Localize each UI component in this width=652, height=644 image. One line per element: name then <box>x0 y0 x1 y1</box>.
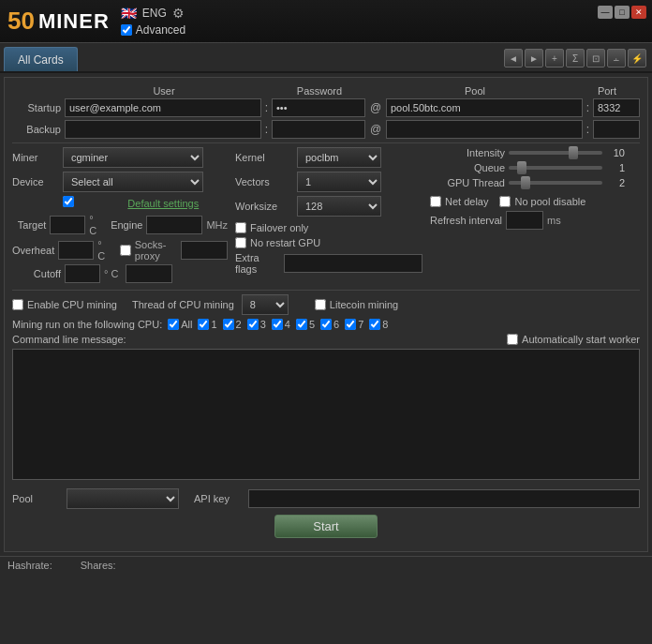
start-button[interactable]: Start <box>274 515 377 538</box>
litecoin-group: Litecoin mining <box>315 299 398 310</box>
net-delay-label: Net delay <box>445 196 488 207</box>
backup-pool-input[interactable] <box>386 120 583 139</box>
cutoff-input[interactable] <box>65 264 100 283</box>
refresh-interval-input[interactable] <box>506 211 543 230</box>
intensity-row: Intensity 10 <box>430 147 640 158</box>
tab-all-cards-label: All Cards <box>18 53 64 67</box>
cpu-7-checkbox[interactable] <box>345 319 356 330</box>
no-pool-disable-label: No pool disable <box>514 196 585 207</box>
engine-input[interactable] <box>146 216 202 234</box>
queue-slider[interactable] <box>509 166 602 170</box>
target-input[interactable] <box>50 216 85 234</box>
vectors-select[interactable]: 1 2 4 <box>297 172 381 192</box>
divider1 <box>12 142 640 143</box>
worksize-row: Worksize 128 64 256 <box>235 196 422 217</box>
default-settings-checkbox[interactable] <box>63 196 74 207</box>
no-restart-label: No restart GPU <box>250 237 320 248</box>
cpu-6-checkbox[interactable] <box>320 319 332 330</box>
gpu-thread-slider[interactable] <box>509 181 602 185</box>
kernel-label: Kernel <box>235 152 293 163</box>
vectors-row: Vectors 1 2 4 <box>235 172 422 192</box>
divider2 <box>12 290 640 291</box>
no-restart-row: No restart GPU <box>235 237 422 248</box>
socks-proxy-checkbox[interactable] <box>120 245 131 256</box>
cpu-3-label: 3 <box>260 319 266 330</box>
cutoff-label: Cutoff <box>12 268 61 279</box>
default-settings-label[interactable]: Default settings <box>127 198 199 209</box>
tab-icon-list[interactable]: ⫠ <box>607 49 626 67</box>
auto-start-checkbox[interactable] <box>507 334 518 345</box>
center-panel: Kernel poclbm diablo Vectors 1 2 4 Works… <box>235 147 422 286</box>
intensity-slider[interactable] <box>509 151 602 155</box>
tab-all-cards[interactable]: All Cards <box>4 47 78 71</box>
socks-proxy-input[interactable] <box>181 241 228 260</box>
cpu-3-checkbox[interactable] <box>247 319 259 330</box>
worksize-select[interactable]: 128 64 256 <box>297 196 381 217</box>
tab-icon-next[interactable]: ► <box>525 49 543 67</box>
cpu-all-group: All <box>168 319 192 330</box>
default-settings-row: Default settings <box>63 196 228 210</box>
enable-cpu-checkbox[interactable] <box>12 299 23 310</box>
overheat-input[interactable] <box>58 241 94 260</box>
failover-row: Failover only <box>235 222 422 233</box>
cutoff-input2[interactable] <box>126 264 172 283</box>
cpu-1-checkbox[interactable] <box>198 319 209 330</box>
cpu-4-checkbox[interactable] <box>272 319 283 330</box>
refresh-interval-unit: ms <box>547 215 561 226</box>
maximize-button[interactable]: □ <box>615 6 630 19</box>
cpu-5-checkbox[interactable] <box>296 319 307 330</box>
auto-start-row: Automatically start worker <box>507 334 640 345</box>
hashrate-label: Hashrate: <box>7 560 52 571</box>
tab-icon-prev[interactable]: ◄ <box>504 49 523 67</box>
no-pool-disable-checkbox[interactable] <box>499 196 511 207</box>
cpu-8-checkbox[interactable] <box>369 319 380 330</box>
tab-icon-power[interactable]: ⚡ <box>628 49 646 67</box>
api-key-input[interactable] <box>248 489 640 508</box>
minimize-button[interactable]: — <box>598 6 613 19</box>
no-restart-checkbox[interactable] <box>235 237 246 248</box>
backup-user-input[interactable] <box>65 120 261 139</box>
startup-user-input[interactable]: user@example.com <box>65 98 261 117</box>
advanced-checkbox[interactable] <box>121 24 132 36</box>
tab-icon-grid[interactable]: ⊡ <box>586 49 605 67</box>
cpu-2-checkbox[interactable] <box>223 319 234 330</box>
net-delay-checkbox[interactable] <box>430 196 441 207</box>
thread-cpu-select[interactable]: 8 1 2 4 <box>242 294 289 315</box>
flag-icon: 🇬🇧 <box>121 6 137 21</box>
extra-flags-input[interactable] <box>284 254 422 273</box>
device-select[interactable]: Select all <box>63 172 203 192</box>
advanced-row: Advanced <box>121 23 185 37</box>
cpu-all-checkbox[interactable] <box>168 319 179 330</box>
engine-label: Engine <box>111 219 142 231</box>
startup-pool-input[interactable]: pool.50btc.com <box>386 98 583 117</box>
cutoff-row: Cutoff ° C <box>12 264 228 283</box>
lang-text: ENG <box>142 7 167 20</box>
cpu-3-group: 3 <box>247 319 266 330</box>
cpu-4-group: 4 <box>272 319 290 330</box>
queue-value: 1 <box>606 162 625 173</box>
shares-label: Shares: <box>81 560 116 571</box>
pool-select[interactable] <box>67 488 179 509</box>
backup-port-input[interactable] <box>593 120 640 139</box>
tab-icon-sum[interactable]: Σ <box>566 49 585 67</box>
startup-port-input[interactable]: 8332 <box>593 98 640 117</box>
worksize-label: Worksize <box>235 201 293 212</box>
enable-cpu-group: Enable CPU mining <box>12 299 117 310</box>
mining-run-row: Mining run on the following CPU: All 1 2… <box>12 319 640 330</box>
tab-icon-add[interactable]: + <box>545 49 564 67</box>
close-button[interactable]: ✕ <box>631 6 646 19</box>
queue-label: Queue <box>430 162 505 173</box>
litecoin-checkbox[interactable] <box>315 299 326 310</box>
kernel-select[interactable]: poclbm diablo <box>297 147 381 168</box>
api-key-label: API key <box>194 493 241 504</box>
device-row: Device Select all <box>12 172 228 192</box>
startup-password-input[interactable] <box>272 98 365 117</box>
backup-password-input[interactable] <box>272 120 365 139</box>
backup-row: Backup : @ : <box>12 120 640 139</box>
cmdline-textarea[interactable] <box>12 349 640 480</box>
gear-icon[interactable]: ⚙ <box>172 6 185 21</box>
miner-select[interactable]: cgminer bfgminer <box>63 147 203 168</box>
cpu-6-label: 6 <box>333 319 339 330</box>
failover-checkbox[interactable] <box>235 222 246 233</box>
cpu-5-group: 5 <box>296 319 315 330</box>
